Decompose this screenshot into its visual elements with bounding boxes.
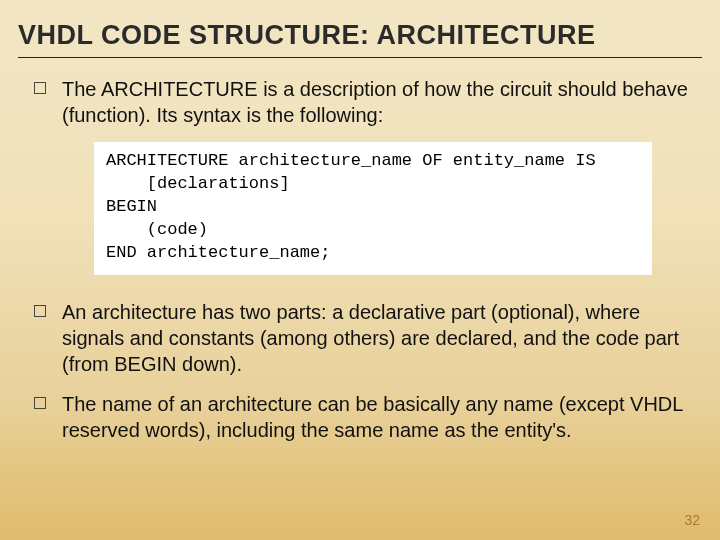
list-item: The name of an architecture can be basic… xyxy=(34,391,692,443)
slide-title: VHDL CODE STRUCTURE: ARCHITECTURE xyxy=(0,0,720,57)
page-number: 32 xyxy=(684,512,700,528)
bullet-text: The name of an architecture can be basic… xyxy=(62,391,692,443)
bullet-text: An architecture has two parts: a declara… xyxy=(62,299,692,377)
title-divider xyxy=(18,57,702,58)
bullet-square-icon xyxy=(34,82,46,94)
bullet-square-icon xyxy=(34,397,46,409)
slide-body: The ARCHITECTURE is a description of how… xyxy=(0,76,720,443)
list-item: The ARCHITECTURE is a description of how… xyxy=(34,76,692,128)
bullet-square-icon xyxy=(34,305,46,317)
bullet-text: The ARCHITECTURE is a description of how… xyxy=(62,76,692,128)
list-item: An architecture has two parts: a declara… xyxy=(34,299,692,377)
code-snippet: ARCHITECTURE architecture_name OF entity… xyxy=(94,142,652,275)
